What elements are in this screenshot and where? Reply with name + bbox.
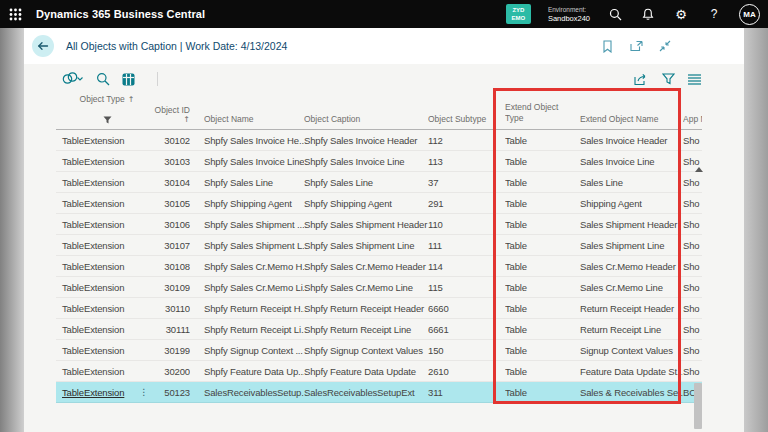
column-header-object-id[interactable]: Object ID ↑ [152,94,190,129]
cell-object-caption[interactable]: Shpfy Sales Line [304,177,428,188]
cell-object-caption[interactable]: Shpfy Return Receipt Header [304,303,428,314]
cell-extend-object-type[interactable]: Table [505,198,575,209]
cell-object-id[interactable]: 30110 [152,303,190,314]
cell-object-caption[interactable]: Shpfy Signup Context Values [304,345,428,356]
cell-extend-object-name[interactable]: Shipping Agent [580,198,683,209]
cell-object-id[interactable]: 30104 [152,177,190,188]
filter-list-icon[interactable] [662,73,675,85]
cell-object-subtype[interactable]: 2610 [428,366,487,377]
table-row[interactable]: TableExtension ⋮ 30102 Shpfy Sales Invoi… [56,130,702,151]
views-icon[interactable] [62,72,84,86]
cell-extend-object-type[interactable]: Table [505,345,575,356]
cell-object-subtype[interactable]: 6660 [428,303,487,314]
cell-object-type[interactable]: TableExtension ⋮ [56,303,152,314]
cell-extend-object-type[interactable]: Table [505,219,575,230]
cell-object-caption[interactable]: Shpfy Shipping Agent [304,198,428,209]
cell-object-caption[interactable]: SalesReceivablesSetupExt [304,387,428,398]
cell-object-caption[interactable]: Shpfy Sales Shipment Line [304,240,428,251]
cell-object-name[interactable]: Shpfy Return Receipt H... [204,303,304,314]
back-button[interactable] [32,35,54,57]
cell-object-id[interactable]: 30200 [152,366,190,377]
app-title[interactable]: Dynamics 365 Business Central [36,8,205,20]
cell-object-type[interactable]: TableExtension ⋮ [56,366,152,377]
cell-extend-object-name[interactable]: Sales & Receivables Set... [580,387,683,398]
table-row[interactable]: TableExtension ⋮ 30109 Shpfy Sales Cr.Me… [56,277,702,298]
cell-extend-object-type[interactable]: Table [505,135,575,146]
cell-extend-object-type[interactable]: Table [505,177,575,188]
cell-app-name[interactable]: Sho [683,156,702,167]
environment-badge[interactable]: ZYD EMO [506,4,531,24]
object-type-link[interactable]: TableExtension [62,261,124,272]
collapse-icon[interactable] [658,39,672,53]
cell-object-name[interactable]: Shpfy Sales Cr.Memo H... [204,261,304,272]
cell-object-caption[interactable]: Shpfy Sales Shipment Header [304,219,428,230]
cell-object-id[interactable]: 30107 [152,240,190,251]
cell-object-id[interactable]: 30199 [152,345,190,356]
table-row[interactable]: TableExtension ⋮ 30111 Shpfy Return Rece… [56,319,702,340]
table-row[interactable]: TableExtension ⋮ 30199 Shpfy Signup Cont… [56,340,702,361]
object-type-link[interactable]: TableExtension [62,219,124,230]
cell-object-subtype[interactable]: 150 [428,345,487,356]
cell-object-id[interactable]: 30108 [152,261,190,272]
open-in-window-icon[interactable] [629,39,643,53]
cell-object-caption[interactable]: Shpfy Sales Invoice Header [304,135,428,146]
column-header-extend-object-name[interactable]: Extend Object Name [580,94,683,129]
cell-extend-object-name[interactable]: Sales Cr.Memo Header [580,261,683,272]
cell-object-subtype[interactable]: 291 [428,198,487,209]
vertical-scroll-thumb[interactable] [694,383,702,429]
cell-object-type[interactable]: TableExtension ⋮ [56,240,152,251]
cell-object-subtype[interactable]: 111 [428,240,487,251]
table-row[interactable]: TableExtension ⋮ 30110 Shpfy Return Rece… [56,298,702,319]
gear-icon[interactable]: ⚙ [673,6,689,22]
cell-object-subtype[interactable]: 114 [428,261,487,272]
column-header-extend-object-type[interactable]: Extend Object Type [505,94,575,129]
cell-object-id[interactable]: 30111 [152,324,190,335]
cell-object-subtype[interactable]: 110 [428,219,487,230]
table-row[interactable]: TableExtension ⋮ 50123 SalesReceivablesS… [56,382,702,403]
cell-object-subtype[interactable]: 311 [428,387,487,398]
cell-object-subtype[interactable]: 37 [428,177,487,188]
cell-object-caption[interactable]: Shpfy Return Receipt Line [304,324,428,335]
object-type-link[interactable]: TableExtension [62,366,124,377]
cell-extend-object-name[interactable]: Signup Context Values [580,345,683,356]
search-icon[interactable] [607,6,623,22]
cell-extend-object-type[interactable]: Table [505,156,575,167]
cell-object-name[interactable]: Shpfy Sales Invoice He... [204,135,304,146]
bookmark-icon[interactable] [600,39,614,53]
cell-object-type[interactable]: TableExtension ⋮ [56,387,152,398]
object-type-link[interactable]: TableExtension [62,156,124,167]
table-row[interactable]: TableExtension ⋮ 30108 Shpfy Sales Cr.Me… [56,256,702,277]
cell-object-id[interactable]: 30103 [152,156,190,167]
object-type-link[interactable]: TableExtension [62,282,124,293]
avatar[interactable]: MA [739,4,760,25]
object-type-link[interactable]: TableExtension [62,198,124,209]
object-type-link[interactable]: TableExtension [62,135,124,146]
cell-object-name[interactable]: Shpfy Sales Invoice Line [204,156,304,167]
column-filter-icon[interactable] [103,116,112,124]
cell-object-subtype[interactable]: 6661 [428,324,487,335]
cell-object-subtype[interactable]: 112 [428,135,487,146]
table-row[interactable]: TableExtension ⋮ 30200 Shpfy Feature Dat… [56,361,702,382]
object-type-link[interactable]: TableExtension [62,240,124,251]
cell-object-id[interactable]: 30102 [152,135,190,146]
object-type-link[interactable]: TableExtension [62,345,124,356]
cell-object-subtype[interactable]: 115 [428,282,487,293]
column-header-object-subtype[interactable]: Object Subtype [428,94,487,129]
object-type-link[interactable]: TableExtension [62,387,124,398]
cell-object-caption[interactable]: Shpfy Feature Data Update [304,366,428,377]
cell-extend-object-name[interactable]: Return Receipt Header [580,303,683,314]
cell-object-id[interactable]: 30109 [152,282,190,293]
cell-extend-object-type[interactable]: Table [505,240,575,251]
cell-app-name[interactable]: Sho [683,135,702,146]
cell-object-id[interactable]: 30106 [152,219,190,230]
cell-extend-object-type[interactable]: Table [505,387,575,398]
cell-extend-object-name[interactable]: Sales Cr.Memo Line [580,282,683,293]
cell-object-name[interactable]: SalesReceivablesSetup... [204,387,304,398]
analyze-icon[interactable] [122,73,135,86]
cell-object-type[interactable]: TableExtension ⋮ [56,135,152,146]
cell-extend-object-name[interactable]: Sales Shipment Line [580,240,683,251]
cell-object-name[interactable]: Shpfy Sales Line [204,177,304,188]
object-type-link[interactable]: TableExtension [62,303,124,314]
environment-info[interactable]: Environment: Sandbox240 [548,5,590,23]
cell-extend-object-type[interactable]: Table [505,366,575,377]
